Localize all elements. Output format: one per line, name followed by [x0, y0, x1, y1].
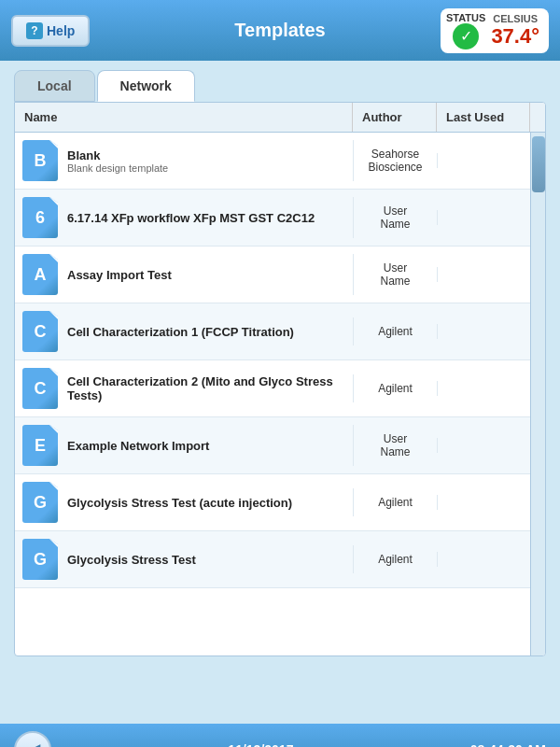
row-author: Agilent	[353, 317, 437, 345]
row-name-cell: GGlycolysis Stress Test (acute injection…	[15, 474, 353, 530]
footer-date: 11/13/2017	[228, 742, 293, 748]
tabs: Local Network	[14, 70, 546, 102]
row-name-cell: BBlankBlank design template	[15, 133, 353, 189]
celsius-box: CELSIUS 37.4°	[491, 13, 539, 49]
col-header-author: Author	[353, 103, 437, 132]
table-row[interactable]: EExample Network ImportUser Name	[15, 417, 530, 474]
scrollbar-thumb[interactable]	[532, 136, 545, 192]
file-icon: A	[22, 254, 58, 295]
status-box: STATUS ✓ CELSIUS 37.4°	[441, 8, 549, 53]
status-icon: ✓	[453, 23, 479, 49]
row-text: Glycolysis Stress Test (acute injection)	[67, 496, 345, 510]
col-header-name: Name	[15, 103, 353, 132]
table-row[interactable]: BBlankBlank design templateSeahorse Bios…	[15, 133, 530, 190]
file-icon: C	[22, 368, 58, 409]
row-title: Glycolysis Stress Test	[67, 553, 345, 567]
row-title: Example Network Import	[67, 439, 345, 453]
table-container: Name Author Last Used BBlankBlank design…	[14, 102, 546, 656]
table-row[interactable]: 66.17.14 XFp workflow XFp MST GST C2C12U…	[15, 190, 530, 247]
row-title: Blank	[67, 148, 345, 162]
row-title: Cell Characterization 1 (FCCP Titration)	[67, 325, 345, 339]
table-header: Name Author Last Used	[15, 103, 545, 133]
celsius-label: CELSIUS	[491, 13, 539, 24]
question-icon: ?	[26, 22, 43, 39]
row-name-cell: 66.17.14 XFp workflow XFp MST GST C2C12	[15, 190, 353, 246]
header: ? Help Templates STATUS ✓ CELSIUS 37.4°	[0, 0, 560, 61]
row-lastused	[437, 324, 530, 339]
row-text: Cell Characterization 2 (Mito and Glyco …	[67, 374, 345, 402]
row-author: Agilent	[353, 374, 437, 402]
bottom-bar: ◀ 11/13/2017 08:44:20 AM	[0, 724, 560, 747]
tab-local[interactable]: Local	[14, 70, 95, 102]
row-lastused	[437, 267, 530, 282]
row-title: Glycolysis Stress Test (acute injection)	[67, 496, 345, 510]
row-subtitle: Blank design template	[67, 162, 345, 174]
row-lastused	[437, 381, 530, 396]
table-row[interactable]: CCell Characterization 2 (Mito and Glyco…	[15, 360, 530, 417]
table-row[interactable]: AAssay Import TestUser Name	[15, 247, 530, 303]
page-title: Templates	[234, 20, 325, 41]
row-lastused	[437, 495, 530, 510]
row-text: Example Network Import	[67, 439, 345, 453]
row-author: Agilent	[353, 488, 437, 516]
file-icon: C	[22, 311, 58, 352]
row-author: Seahorse Bioscience	[353, 140, 437, 181]
file-icon: B	[22, 140, 58, 181]
back-button[interactable]: ◀	[14, 731, 51, 748]
table-row[interactable]: GGlycolysis Stress TestAgilent	[15, 531, 530, 588]
row-author: User Name	[353, 197, 437, 238]
scrollbar-header-spacer	[530, 103, 545, 132]
row-name-cell: EExample Network Import	[15, 417, 353, 473]
celsius-value: 37.4°	[491, 24, 539, 49]
back-icon: ◀	[26, 739, 40, 748]
row-lastused	[437, 153, 530, 168]
row-name-cell: AAssay Import Test	[15, 247, 353, 303]
footer-time: 08:44:20 AM	[470, 742, 546, 748]
status-label: STATUS	[446, 12, 485, 23]
row-author: User Name	[353, 425, 437, 466]
row-lastused	[437, 210, 530, 225]
file-icon: G	[22, 539, 58, 580]
row-title: 6.17.14 XFp workflow XFp MST GST C2C12	[67, 211, 345, 225]
row-lastused	[437, 438, 530, 453]
row-name-cell: CCell Characterization 1 (FCCP Titration…	[15, 303, 353, 359]
help-label: Help	[47, 23, 75, 38]
row-author: Agilent	[353, 545, 437, 573]
table-body-area: BBlankBlank design templateSeahorse Bios…	[15, 133, 545, 655]
table-row[interactable]: CCell Characterization 1 (FCCP Titration…	[15, 303, 530, 360]
col-header-lastused: Last Used	[437, 103, 530, 132]
row-text: Assay Import Test	[67, 268, 345, 282]
row-name-cell: GGlycolysis Stress Test	[15, 531, 353, 587]
scrollbar-track[interactable]	[530, 133, 545, 655]
row-text: 6.17.14 XFp workflow XFp MST GST C2C12	[67, 211, 345, 225]
row-title: Cell Characterization 2 (Mito and Glyco …	[67, 374, 345, 402]
row-text: Glycolysis Stress Test	[67, 553, 345, 567]
row-title: Assay Import Test	[67, 268, 345, 282]
tab-network[interactable]: Network	[97, 70, 195, 102]
table-rows: BBlankBlank design templateSeahorse Bios…	[15, 133, 530, 655]
help-button[interactable]: ? Help	[11, 15, 90, 47]
table-row[interactable]: GGlycolysis Stress Test (acute injection…	[15, 474, 530, 531]
row-name-cell: CCell Characterization 2 (Mito and Glyco…	[15, 360, 353, 416]
row-lastused	[437, 552, 530, 567]
row-author: User Name	[353, 254, 437, 295]
file-icon: G	[22, 482, 58, 523]
row-text: BlankBlank design template	[67, 148, 345, 174]
row-text: Cell Characterization 1 (FCCP Titration)	[67, 325, 345, 339]
file-icon: E	[22, 425, 58, 466]
file-icon: 6	[22, 197, 58, 238]
main-content: Local Network Name Author Last Used BBla…	[0, 61, 560, 724]
